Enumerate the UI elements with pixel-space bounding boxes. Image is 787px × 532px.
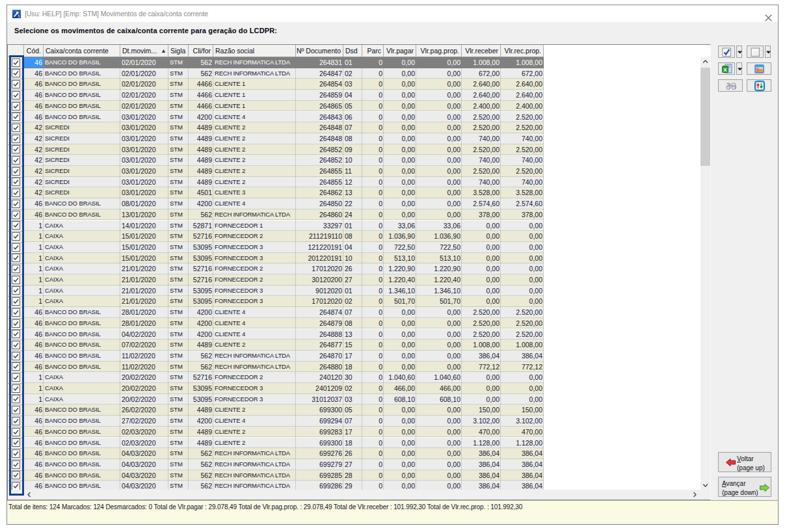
svg-text:X: X (723, 67, 727, 73)
